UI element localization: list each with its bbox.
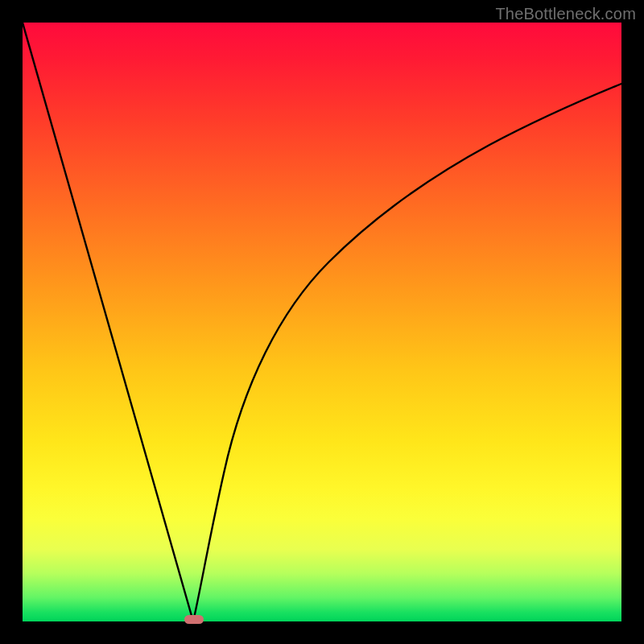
cusp-marker (184, 615, 204, 624)
outer-frame: TheBottleneck.com (0, 0, 644, 644)
curve-right-branch (193, 84, 621, 621)
plot-area (23, 23, 621, 621)
bottleneck-curve (23, 23, 621, 621)
curve-left-branch (23, 23, 193, 621)
watermark-text: TheBottleneck.com (495, 5, 636, 23)
